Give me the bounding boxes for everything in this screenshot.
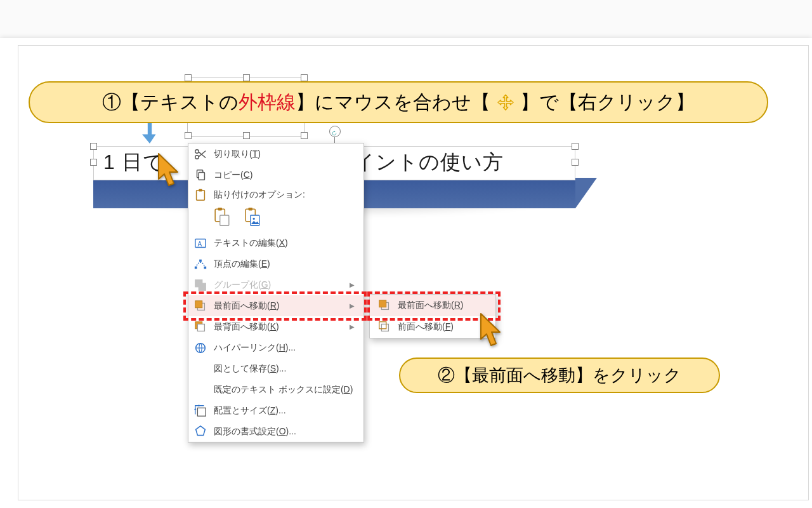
svg-rect-23 bbox=[197, 324, 204, 331]
arrow-down-icon bbox=[142, 123, 157, 144]
svg-rect-15 bbox=[195, 266, 197, 269]
gold-cursor-icon bbox=[480, 312, 505, 348]
callout-step1: ①【テキストの外枠線】にマウスを合わせ【 】で【右クリック】 bbox=[29, 81, 768, 123]
svg-point-12 bbox=[253, 218, 255, 220]
clipboard-icon bbox=[193, 188, 207, 202]
svg-rect-16 bbox=[204, 266, 207, 269]
menu-item-label: 最前面へ移動(R) bbox=[214, 300, 342, 312]
svg-rect-19 bbox=[199, 283, 206, 290]
chevron-right-icon: ▶ bbox=[350, 323, 355, 330]
menu-item-label: 図形の書式設定(O)... bbox=[214, 426, 355, 438]
chevron-right-icon: ▶ bbox=[350, 302, 355, 309]
send-back-icon bbox=[193, 320, 207, 334]
edit-points-icon bbox=[193, 257, 207, 271]
menu-item-send-back[interactable]: 最背面へ移動(K) ▶ bbox=[188, 316, 363, 337]
menu-item-edit-text[interactable]: A テキストの編集(X) bbox=[188, 232, 363, 253]
bring-forward-icon bbox=[377, 320, 391, 334]
submenu-item-bring-forward[interactable]: 前面へ移動(F) bbox=[370, 316, 495, 338]
resize-handle[interactable] bbox=[185, 74, 192, 81]
context-submenu: 最前面へ移動(R) 前面へ移動(F) bbox=[369, 294, 496, 338]
callout-text: ②【最前面へ移動】をクリック bbox=[438, 364, 681, 387]
scissors-icon bbox=[193, 147, 207, 161]
svg-rect-28 bbox=[381, 324, 388, 331]
resize-handle[interactable] bbox=[243, 132, 250, 139]
resize-handle[interactable] bbox=[301, 74, 308, 81]
menu-item-label: 配置とサイズ(Z)... bbox=[214, 405, 355, 417]
svg-rect-4 bbox=[197, 190, 205, 201]
resize-handle[interactable] bbox=[301, 132, 308, 139]
resize-handle[interactable] bbox=[90, 159, 97, 166]
svg-rect-3 bbox=[199, 172, 204, 180]
svg-rect-25 bbox=[197, 408, 206, 416]
menu-item-copy[interactable]: コピー(C) bbox=[188, 164, 363, 185]
svg-rect-8 bbox=[220, 215, 229, 225]
group-icon bbox=[193, 278, 207, 292]
gold-cursor-icon bbox=[157, 152, 183, 188]
menu-item-group: グループ化(G) ▶ bbox=[188, 274, 363, 295]
menu-item-label: 頂点の編集(E) bbox=[214, 258, 355, 270]
rotate-icon bbox=[331, 128, 337, 134]
resize-handle[interactable] bbox=[90, 143, 97, 150]
menu-item-hyperlink[interactable]: ハイパーリンク(H)... bbox=[188, 337, 363, 358]
svg-rect-27 bbox=[379, 300, 386, 307]
format-shape-icon bbox=[193, 425, 207, 439]
svg-text:A: A bbox=[197, 240, 202, 247]
size-pos-icon bbox=[193, 404, 207, 418]
menu-item-label: コピー(C) bbox=[214, 170, 355, 181]
menu-item-label: 図として保存(S)... bbox=[214, 363, 355, 375]
callout-step2: ②【最前面へ移動】をクリック bbox=[399, 358, 720, 393]
link-icon bbox=[193, 341, 207, 355]
menu-item-cut[interactable]: 切り取り(T) bbox=[188, 144, 363, 164]
menu-item-edit-points[interactable]: 頂点の編集(E) bbox=[188, 253, 363, 274]
menu-item-label: ハイパーリンク(H)... bbox=[214, 342, 355, 354]
edit-text-icon: A bbox=[193, 236, 207, 250]
resize-handle[interactable] bbox=[572, 159, 579, 166]
svg-point-1 bbox=[195, 155, 199, 159]
menu-item-label: グループ化(G) bbox=[214, 279, 342, 291]
resize-handle[interactable] bbox=[185, 132, 192, 139]
menu-item-label: 切り取り(T) bbox=[214, 149, 355, 160]
callout-text: ①【テキストの外枠線】にマウスを合わせ【 】で【右クリック】 bbox=[102, 90, 695, 116]
svg-rect-5 bbox=[199, 189, 202, 192]
menu-item-size-position[interactable]: 配置とサイズ(Z)... bbox=[188, 400, 363, 421]
svg-rect-21 bbox=[195, 300, 202, 307]
resize-handle[interactable] bbox=[243, 74, 250, 81]
menu-item-label: 貼り付けのオプション: bbox=[214, 189, 305, 201]
menu-item-label: 既定のテキスト ボックスに設定(D) bbox=[214, 384, 355, 396]
svg-point-0 bbox=[195, 149, 199, 153]
context-menu: 切り取り(T) コピー(C) 貼り付けのオプション: A テキストの編集(X) … bbox=[188, 143, 364, 443]
blank-icon bbox=[193, 362, 207, 376]
menu-item-label: 前面へ移動(F) bbox=[398, 321, 454, 333]
paste-option-picture[interactable] bbox=[244, 207, 261, 226]
submenu-item-bring-front[interactable]: 最前面へ移動(R) bbox=[370, 295, 495, 316]
menu-item-label: テキストの編集(X) bbox=[214, 237, 355, 249]
chevron-right-icon: ▶ bbox=[350, 281, 355, 288]
menu-item-label: 最前面へ移動(R) bbox=[398, 300, 463, 311]
paste-options-row bbox=[188, 204, 363, 232]
svg-rect-17 bbox=[199, 259, 202, 262]
svg-rect-29 bbox=[379, 322, 386, 329]
copy-icon bbox=[193, 168, 207, 182]
menu-paste-options-label: 貼り付けのオプション: bbox=[188, 185, 363, 204]
bring-front-icon bbox=[193, 299, 207, 313]
menu-item-default-textbox[interactable]: 既定のテキスト ボックスに設定(D) bbox=[188, 379, 363, 400]
menu-item-save-picture[interactable]: 図として保存(S)... bbox=[188, 358, 363, 379]
bring-front-icon bbox=[377, 298, 391, 312]
resize-handle[interactable] bbox=[572, 143, 579, 150]
menu-item-label: 最背面へ移動(K) bbox=[214, 321, 342, 333]
menu-item-bring-front[interactable]: 最前面へ移動(R) ▶ bbox=[188, 295, 363, 316]
menu-item-format-shape[interactable]: 図形の書式設定(O)... bbox=[188, 421, 363, 442]
svg-rect-7 bbox=[218, 208, 222, 210]
svg-rect-10 bbox=[249, 208, 252, 210]
blank-icon bbox=[193, 383, 207, 397]
paste-option-keep-source[interactable] bbox=[214, 207, 230, 226]
title-text-left: 1 日で bbox=[103, 150, 164, 173]
move-cursor-icon bbox=[496, 93, 515, 112]
